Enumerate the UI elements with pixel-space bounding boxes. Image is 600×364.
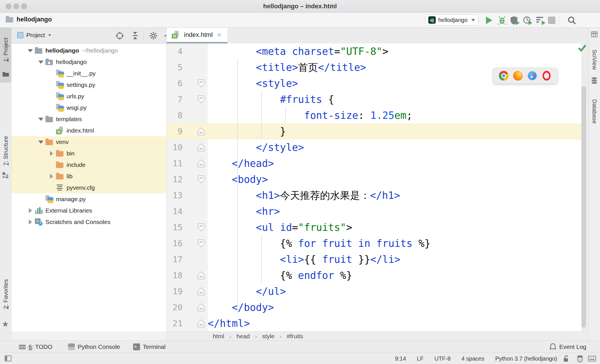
code-line-12[interactable]: 12 <body>: [167, 171, 581, 187]
firefox-icon[interactable]: [513, 71, 523, 81]
code-line-20[interactable]: 20 </body>: [167, 299, 581, 315]
tree-item-pyvenv-cfg[interactable]: pyvenv.cfg: [11, 182, 166, 193]
run-with-coverage-button[interactable]: [510, 16, 519, 25]
tree-item-lib[interactable]: lib: [11, 171, 166, 182]
tab-index-html[interactable]: H index.html ×: [167, 28, 227, 42]
tree-item-bin[interactable]: bin: [11, 148, 166, 159]
code-line-11[interactable]: 11 </head>: [167, 155, 581, 171]
search-everywhere-button[interactable]: [567, 16, 576, 25]
sidebar-tab-sciview[interactable]: SciView: [589, 31, 600, 77]
fold-marker[interactable]: [183, 315, 208, 331]
breadcrumb-item-html[interactable]: html: [213, 333, 224, 340]
event-log-button[interactable]: Event Log: [549, 341, 586, 353]
settings-button[interactable]: [149, 31, 158, 40]
database-icon: [591, 77, 597, 85]
interpreter-setting[interactable]: Python 3.7 (hellodjango): [495, 355, 557, 362]
code-line-16[interactable]: 16 {% for fruit in fruits %}: [167, 235, 581, 251]
breadcrumb-item-head[interactable]: head: [237, 333, 250, 340]
corner-widget-icon[interactable]: [588, 356, 596, 361]
tree-item-path: ~/hellodjango: [82, 47, 118, 54]
sidebar-tab-structure[interactable]: 7: Structure: [0, 129, 11, 180]
run-configuration-select[interactable]: dj hellodjango: [425, 15, 478, 25]
code-line-19[interactable]: 19 </ul>: [167, 283, 581, 299]
indent-setting[interactable]: 4 spaces: [461, 355, 484, 362]
breadcrumb-item-fruits[interactable]: #fruits: [287, 333, 303, 340]
tree-expand-arrow[interactable]: [37, 118, 45, 121]
fold-marker[interactable]: [183, 123, 208, 139]
code-line-7[interactable]: 7 #fruits {: [167, 91, 581, 107]
close-icon[interactable]: ×: [217, 31, 221, 39]
tree-item-scratches-and-consoles[interactable]: >Scratches and Consoles: [11, 216, 166, 228]
tree-expand-arrow[interactable]: [37, 141, 45, 144]
tree-item-external-libraries[interactable]: External Libraries: [11, 205, 166, 216]
fold-marker[interactable]: [183, 75, 208, 91]
stop-button[interactable]: [547, 16, 556, 25]
tree-item-hellodjango[interactable]: hellodjango: [11, 56, 166, 68]
code-line-13[interactable]: 13 <h1>今天推荐的水果是：</h1>: [167, 187, 581, 203]
tree-item-hellodjango[interactable]: hellodjango~/hellodjango: [11, 45, 166, 56]
tree-expand-arrow[interactable]: [26, 219, 34, 225]
fold-marker[interactable]: [183, 155, 208, 171]
line-separator[interactable]: LF: [417, 355, 423, 362]
locate-file-button[interactable]: [115, 31, 124, 40]
caret-position[interactable]: 9:14: [395, 355, 406, 362]
code-line-4[interactable]: 4 <meta charset="UTF-8">: [167, 43, 581, 59]
debug-button[interactable]: [498, 16, 506, 25]
code-line-21[interactable]: 21</html>: [167, 315, 581, 331]
inspection-ok-icon[interactable]: [578, 44, 587, 52]
code-line-8[interactable]: 8 font-size: 1.25em;: [167, 107, 581, 123]
fold-marker[interactable]: [183, 299, 208, 315]
code-line-17[interactable]: 17 <li>{{ fruit }}</li>: [167, 251, 581, 267]
tree-item-manage-py[interactable]: manage.py: [11, 193, 166, 205]
profile-button[interactable]: [523, 16, 531, 25]
tree-item-wsgi-py[interactable]: wsgi.py: [11, 102, 166, 113]
collapse-all-button[interactable]: [131, 31, 139, 40]
opera-icon[interactable]: [543, 71, 551, 81]
tree-item-settings-py[interactable]: settings.py: [11, 79, 166, 91]
sidebar-tab-database[interactable]: Database: [589, 77, 600, 129]
indent-guide: [261, 91, 262, 139]
tree-expand-arrow[interactable]: [47, 151, 55, 156]
sidebar-tab-project[interactable]: 1: Project: [0, 28, 11, 83]
tree-expand-arrow[interactable]: [47, 174, 55, 179]
indent-guide: [285, 107, 286, 123]
fold-marker[interactable]: [183, 139, 208, 155]
fold-marker[interactable]: [183, 91, 208, 107]
editor-scrollbar[interactable]: [581, 86, 586, 328]
code-line-10[interactable]: 10 </style>: [167, 139, 581, 155]
unlock-icon[interactable]: [563, 355, 569, 363]
safari-icon[interactable]: [527, 71, 537, 81]
toolwindow-terminal[interactable]: >_ Terminal: [133, 341, 165, 353]
run-with-settings-button[interactable]: [536, 16, 545, 25]
fold-marker[interactable]: [183, 283, 208, 299]
tree-item-templates[interactable]: templates: [11, 113, 166, 125]
tree-item-include[interactable]: include: [11, 159, 166, 171]
tree-expand-arrow[interactable]: [26, 208, 34, 213]
code-line-14[interactable]: 14 <hr>: [167, 203, 581, 219]
project-view-select[interactable]: Project: [17, 32, 52, 39]
code-line-18[interactable]: 18 {% endfor %}: [167, 267, 581, 283]
code-line-15[interactable]: 15 <ul id="fruits">: [167, 219, 581, 235]
fold-marker[interactable]: [183, 219, 208, 235]
toolwindow-python-console[interactable]: Python Console: [68, 341, 120, 353]
code-line-9[interactable]: 9 }: [167, 123, 581, 139]
chrome-icon[interactable]: [499, 71, 509, 81]
navigation-breadcrumb[interactable]: hellodjango: [6, 16, 52, 23]
run-button[interactable]: [485, 16, 493, 25]
tree-expand-arrow[interactable]: [26, 49, 34, 52]
tree-item-index-html[interactable]: Hindex.html: [11, 125, 166, 136]
fold-marker[interactable]: [183, 267, 208, 283]
breadcrumb-item-style[interactable]: style: [262, 333, 274, 340]
tree-item-venv[interactable]: venv: [11, 136, 166, 148]
tree-item--init-py[interactable]: __init__.py: [11, 68, 166, 79]
code-editor[interactable]: 4 <meta charset="UTF-8">5 <title>首页</tit…: [167, 43, 581, 359]
file-encoding[interactable]: UTF-8: [434, 355, 451, 362]
toolwindow-todo[interactable]: 6: TODO: [19, 341, 52, 353]
tree-expand-arrow[interactable]: [37, 61, 45, 64]
inspection-profile-icon[interactable]: [577, 355, 583, 363]
tool-window-toggle-icon[interactable]: [5, 355, 11, 361]
fold-marker[interactable]: [183, 171, 208, 187]
fold-marker[interactable]: [183, 235, 208, 251]
sidebar-tab-favorites[interactable]: 2: Favorites ★: [0, 280, 11, 331]
tree-item-urls-py[interactable]: urls.py: [11, 91, 166, 102]
